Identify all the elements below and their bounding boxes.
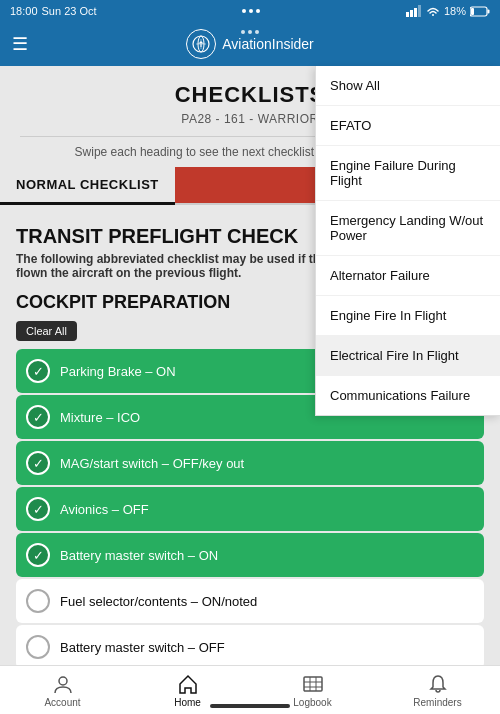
nav-dots: [241, 30, 259, 34]
item-label: Fuel selector/contents – ON/noted: [60, 594, 257, 609]
nav-logbook[interactable]: Logbook: [250, 673, 375, 708]
dropdown-menu: Show All EFATO Engine Failure During Fli…: [315, 66, 500, 416]
svg-rect-1: [410, 10, 413, 17]
item-label: MAG/start switch – OFF/key out: [60, 456, 244, 471]
menu-button[interactable]: ☰: [12, 33, 28, 55]
svg-rect-0: [406, 12, 409, 17]
home-label: Home: [174, 697, 201, 708]
check-circle: ✓: [26, 405, 50, 429]
dropdown-item-efato[interactable]: EFATO: [316, 106, 500, 146]
home-indicator: [210, 704, 290, 708]
svg-rect-11: [304, 677, 322, 691]
nav-bar: ☰ AviationInsider: [0, 22, 500, 66]
check-circle: [26, 635, 50, 659]
check-circle: ✓: [26, 497, 50, 521]
reminders-icon: [427, 673, 449, 695]
checklist-item[interactable]: ✓ Battery master switch – ON: [16, 533, 484, 577]
item-label: Battery master switch – OFF: [60, 640, 225, 655]
svg-rect-6: [471, 8, 474, 15]
check-circle: ✓: [26, 359, 50, 383]
logbook-label: Logbook: [293, 697, 331, 708]
tab-normal[interactable]: NORMAL CHECKLIST: [0, 167, 175, 205]
svg-rect-3: [418, 5, 421, 17]
signal-icon: [406, 5, 422, 17]
dropdown-item-emergency-landing[interactable]: Emergency Landing W/out Power: [316, 201, 500, 256]
app-name: AviationInsider: [222, 36, 314, 52]
svg-rect-5: [487, 9, 489, 13]
bottom-nav: Account Home Logbook Reminders: [0, 665, 500, 714]
item-label: Parking Brake – ON: [60, 364, 176, 379]
item-label: Battery master switch – ON: [60, 548, 218, 563]
wifi-icon: [426, 5, 440, 17]
dropdown-item-engine-failure[interactable]: Engine Failure During Flight: [316, 146, 500, 201]
logo-icon: [186, 29, 216, 59]
reminders-label: Reminders: [413, 697, 461, 708]
status-bar: 18:00 Sun 23 Oct 18%: [0, 0, 500, 22]
status-date: Sun 23 Oct: [42, 5, 97, 17]
item-label: Mixture – ICO: [60, 410, 140, 425]
battery-icon: [470, 6, 490, 17]
clear-all-button-cockpit[interactable]: Clear All: [16, 321, 77, 341]
checklist-item[interactable]: Battery master switch – OFF: [16, 625, 484, 665]
item-label: Avionics – OFF: [60, 502, 149, 517]
home-icon: [177, 673, 199, 695]
checklist-item[interactable]: ✓ Avionics – OFF: [16, 487, 484, 531]
checklist-item[interactable]: ✓ MAG/start switch – OFF/key out: [16, 441, 484, 485]
svg-rect-2: [414, 8, 417, 17]
account-icon: [52, 673, 74, 695]
checklist-item[interactable]: Fuel selector/contents – ON/noted: [16, 579, 484, 623]
nav-account[interactable]: Account: [0, 673, 125, 708]
nav-reminders[interactable]: Reminders: [375, 673, 500, 708]
check-circle: [26, 589, 50, 613]
check-circle: ✓: [26, 451, 50, 475]
check-circle: ✓: [26, 543, 50, 567]
status-time: 18:00: [10, 5, 38, 17]
dropdown-item-electrical-fire[interactable]: Electrical Fire In Flight: [316, 336, 500, 376]
logbook-icon: [302, 673, 324, 695]
svg-point-10: [59, 677, 67, 685]
account-label: Account: [44, 697, 80, 708]
nav-home[interactable]: Home: [125, 673, 250, 708]
dropdown-item-alternator[interactable]: Alternator Failure: [316, 256, 500, 296]
battery-indicator: 18%: [444, 5, 466, 17]
status-indicators: 18%: [406, 5, 490, 17]
dropdown-item-show-all[interactable]: Show All: [316, 66, 500, 106]
dropdown-item-engine-fire[interactable]: Engine Fire In Flight: [316, 296, 500, 336]
dropdown-item-comms[interactable]: Communications Failure: [316, 376, 500, 415]
